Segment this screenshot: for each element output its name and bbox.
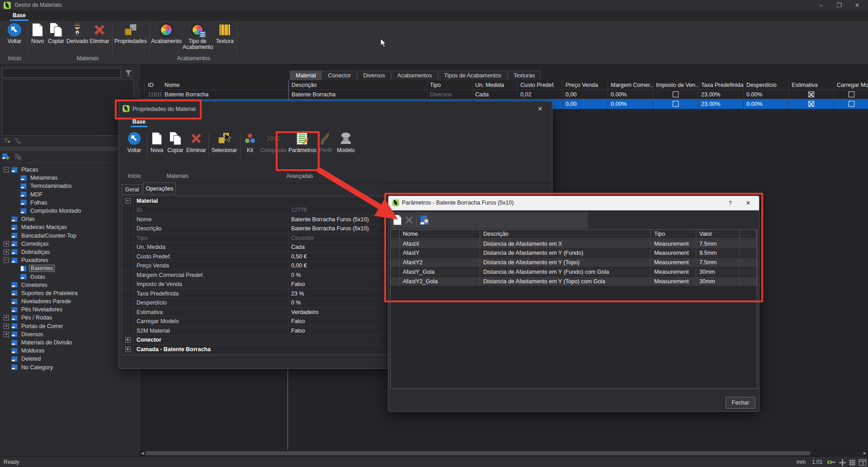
unchecked-checkbox[interactable] [673,91,679,97]
table-tab-tipos-de-acabamentos[interactable]: Tipos de Acabamentos [438,71,507,80]
column-header-nome[interactable]: Nome [162,80,289,90]
dialog-modelo-button[interactable]: Modelo [334,131,358,153]
tree-item-molduras[interactable]: Molduras [0,347,135,355]
unchecked-checkbox[interactable] [849,91,854,97]
crosshair-icon[interactable] [839,459,846,467]
tree-item-comp-sito-montado[interactable]: Compósito Montado [0,207,135,215]
category-filter-input[interactable] [2,68,121,78]
propriedades-button[interactable]: Propriedades [114,23,147,44]
scroll-right-icon[interactable]: ▶ [862,450,868,456]
dialog-voltar-button[interactable]: Voltar [123,131,146,153]
voltar-button[interactable]: Voltar [3,23,26,44]
tab-geral[interactable]: Geral [122,184,142,195]
dialog-copiar-button[interactable]: Copiar [166,131,185,153]
dialog-selecionar-button[interactable]: Selecionar [210,131,238,153]
layout-window-icon[interactable] [859,459,866,467]
dialog-nova-button[interactable]: Nova [149,131,165,153]
expand-icon[interactable]: + [4,249,9,255]
delete-category-icon[interactable] [14,153,22,162]
propriedades-dialog-close-icon[interactable]: ✕ [535,104,546,114]
add-filter-funnel-icon[interactable] [3,138,10,146]
tree-item-p-s-niveladores[interactable]: Pés Niveladores [0,305,135,314]
table-tab-material[interactable]: Material [290,71,321,80]
column-header-margem[interactable]: Margem Comer... [608,80,653,90]
checked-checkbox[interactable] [808,91,814,97]
move-left-arrow-icon[interactable]: ← [26,153,33,161]
textura-button[interactable]: Textura [214,23,235,44]
novo-button[interactable]: Novo [29,23,46,44]
scroll-left-icon[interactable]: ◀ [139,450,146,456]
table-tab-texturas[interactable]: Texturas [508,71,541,80]
grid-icon[interactable] [849,459,856,467]
unchecked-checkbox[interactable] [673,101,679,107]
maximize-button[interactable]: ❐ [830,0,848,11]
move-up-arrow-icon[interactable]: ↑ [49,153,52,161]
tree-item-diversos[interactable]: +Diversos [0,330,135,338]
tree-item-deleted[interactable]: Deleted [0,355,135,363]
collapse-icon[interactable]: − [4,167,9,172]
column-header-id[interactable]: ID [145,80,162,90]
column-header-desperdicio[interactable]: Desperdício [744,80,789,90]
dialog-eliminar-button[interactable]: Eliminar [186,131,207,153]
tree-item-folhas[interactable]: Folhas [0,199,135,207]
tree-item-melaminas[interactable]: Melaminas [0,174,135,182]
acabamento-button[interactable]: Acabamento [152,23,181,44]
tree-item-dobradi-as[interactable]: +Dobradiças [0,248,135,256]
minimize-button[interactable]: – [812,0,830,11]
column-header-descricao[interactable]: Descrição [289,80,427,90]
tree-item-no-category[interactable]: No Category [0,363,135,372]
column-header-tipo[interactable]: Tipo [427,80,472,90]
table-tab-diversos[interactable]: Diversos [357,71,391,80]
column-header-preco[interactable]: Preço Venda [563,80,608,90]
tree-item-orlas[interactable]: Orlas [0,215,135,223]
expand-icon[interactable]: + [125,347,131,352]
tree-item-portas-de-correr[interactable]: +Portas de Correr [0,322,135,330]
tree-item-conetores[interactable]: Conetores [0,281,135,289]
tree-item-p-s-rodas[interactable]: +Pés / Rodas [0,314,135,322]
collapse-icon[interactable]: − [4,257,9,263]
tab-base[interactable]: Base [10,11,28,21]
checked-checkbox[interactable] [808,101,814,107]
horizontal-scrollbar[interactable]: ◀ ▶ [139,450,868,456]
measure-tape-icon[interactable] [827,460,835,466]
column-header-un_medida[interactable]: Un. Medida [472,80,518,90]
move-right-arrow-icon[interactable]: → [38,153,44,161]
filter-list[interactable] [2,80,134,136]
table-tab-conector[interactable]: Conector [322,71,357,80]
column-header-estimativa[interactable]: Estimativa [789,80,834,90]
expand-icon[interactable]: + [4,315,9,320]
column-header-imposto[interactable]: Imposto de Ven... [653,80,698,90]
tree-item-mdf[interactable]: MDF [0,191,135,199]
unchecked-checkbox[interactable] [849,101,854,107]
tree-item-niveladores-parede[interactable]: Niveladores Parede [0,297,135,305]
tree-item-materiais-de-divis-o[interactable]: Materiais de Divisão [0,338,135,347]
column-header-taxa[interactable]: Taxa Predefinida [698,80,744,90]
tree-item-bancada-counter-top[interactable]: Bancada/Counter-Top [0,232,135,240]
collapse-icon[interactable]: − [125,198,131,204]
splitter-grip[interactable]: ⋮⋮ [127,68,131,79]
tree-item-golas[interactable]: Golas [0,272,135,281]
expand-icon[interactable]: + [4,241,9,247]
expand-icon[interactable]: + [4,324,9,329]
tree-item-madeiras-maci-as[interactable]: Madeiras Maciças [0,223,135,231]
scrollbar-thumb[interactable] [146,451,810,455]
tree-item-puxadores[interactable]: −Puxadores [0,256,135,264]
tipo-acabamento-button[interactable]: Tipo de Acabamento [183,23,212,50]
expand-icon[interactable]: + [4,332,9,337]
column-header[interactable] [139,80,145,90]
tree-item-batentes[interactable]: Batentes [0,264,135,272]
eliminar-button[interactable]: Eliminar [89,23,110,44]
tree-item-corredi-as[interactable]: +Corrediças [0,240,135,248]
move-down-arrow-icon[interactable]: ↓ [57,153,61,161]
table-tab-acabamentos[interactable]: Acabamentos [392,71,438,80]
tab-operacoes[interactable]: Operações [143,182,176,195]
add-category-icon[interactable] [2,153,9,162]
panel-splitter[interactable] [0,147,135,151]
close-button[interactable]: ✕ [848,0,866,11]
expand-icon[interactable]: + [125,337,131,343]
column-header-carregar[interactable]: Carregar Mod... [834,80,868,90]
copiar-button[interactable]: Copiar [47,23,65,44]
fechar-button[interactable]: Fechar [726,397,755,409]
clear-filter-funnel-icon[interactable] [14,138,21,146]
tree-item-suportes-de-prateleira[interactable]: Suportes de Prateleira [0,289,135,297]
